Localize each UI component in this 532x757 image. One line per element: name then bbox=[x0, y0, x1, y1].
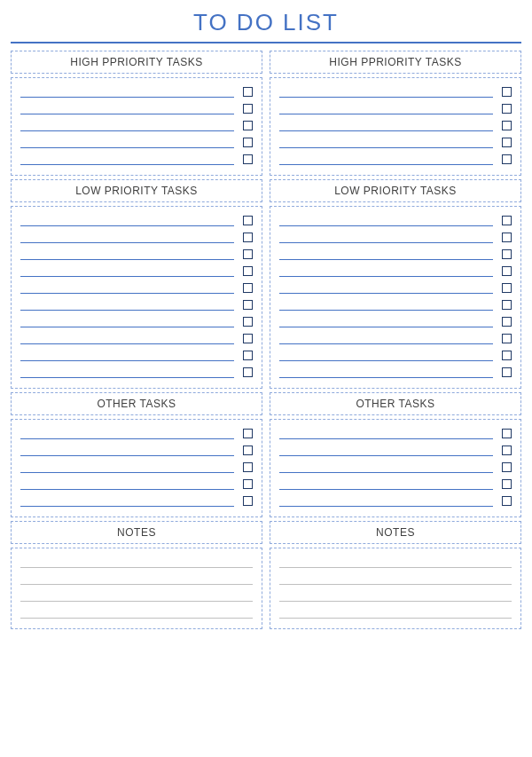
task-input[interactable] bbox=[279, 332, 493, 344]
notes-input[interactable] bbox=[20, 606, 253, 619]
task-input[interactable] bbox=[20, 264, 234, 277]
task-input[interactable] bbox=[279, 153, 493, 165]
task-checkbox[interactable] bbox=[243, 334, 253, 343]
task-row bbox=[20, 248, 253, 260]
task-input[interactable] bbox=[279, 349, 493, 361]
task-input[interactable] bbox=[20, 102, 234, 114]
task-checkbox[interactable] bbox=[502, 367, 512, 377]
task-input[interactable] bbox=[279, 119, 493, 131]
task-checkbox[interactable] bbox=[502, 462, 512, 472]
task-checkbox[interactable] bbox=[243, 87, 253, 97]
task-input[interactable] bbox=[20, 119, 234, 131]
task-input[interactable] bbox=[279, 494, 493, 507]
task-input[interactable] bbox=[20, 248, 234, 260]
task-input[interactable] bbox=[20, 298, 234, 311]
task-input[interactable] bbox=[20, 477, 234, 490]
notes-input[interactable] bbox=[279, 589, 512, 602]
task-checkbox[interactable] bbox=[243, 351, 253, 360]
task-checkbox[interactable] bbox=[502, 317, 512, 327]
notes-input[interactable] bbox=[20, 589, 253, 602]
task-input[interactable] bbox=[20, 153, 234, 165]
task-checkbox[interactable] bbox=[502, 233, 512, 242]
task-checkbox[interactable] bbox=[502, 283, 512, 293]
task-checkbox[interactable] bbox=[502, 138, 512, 147]
task-checkbox[interactable] bbox=[243, 154, 253, 164]
task-input[interactable] bbox=[279, 477, 493, 490]
task-checkbox[interactable] bbox=[243, 216, 253, 225]
task-checkbox[interactable] bbox=[502, 216, 512, 225]
task-checkbox[interactable] bbox=[502, 429, 512, 438]
task-input[interactable] bbox=[20, 444, 234, 456]
task-input[interactable] bbox=[20, 214, 234, 226]
task-row bbox=[279, 298, 512, 311]
task-input[interactable] bbox=[279, 366, 493, 378]
task-checkbox[interactable] bbox=[502, 249, 512, 259]
notes-body bbox=[11, 548, 262, 629]
task-input[interactable] bbox=[20, 231, 234, 243]
task-checkbox[interactable] bbox=[243, 249, 253, 259]
task-input[interactable] bbox=[279, 102, 493, 114]
task-checkbox[interactable] bbox=[243, 462, 253, 472]
task-checkbox[interactable] bbox=[243, 283, 253, 293]
task-input[interactable] bbox=[279, 214, 493, 226]
task-checkbox[interactable] bbox=[502, 104, 512, 114]
notes-input[interactable] bbox=[20, 572, 253, 585]
task-input[interactable] bbox=[279, 298, 493, 311]
notes-input[interactable] bbox=[279, 556, 512, 568]
section-header: LOW PRIORITY TASKS bbox=[11, 179, 262, 202]
task-input[interactable] bbox=[279, 427, 493, 439]
task-input[interactable] bbox=[20, 281, 234, 294]
task-input[interactable] bbox=[279, 136, 493, 148]
task-input[interactable] bbox=[20, 85, 234, 98]
task-row bbox=[279, 366, 512, 378]
task-input[interactable] bbox=[279, 248, 493, 260]
task-checkbox[interactable] bbox=[502, 154, 512, 164]
task-checkbox[interactable] bbox=[502, 266, 512, 276]
task-checkbox[interactable] bbox=[502, 479, 512, 489]
task-checkbox[interactable] bbox=[243, 429, 253, 438]
task-checkbox[interactable] bbox=[243, 479, 253, 489]
task-input[interactable] bbox=[20, 366, 234, 378]
task-checkbox[interactable] bbox=[243, 300, 253, 310]
task-checkbox[interactable] bbox=[243, 446, 253, 455]
task-input[interactable] bbox=[20, 494, 234, 507]
task-checkbox[interactable] bbox=[243, 496, 253, 506]
tasks-body bbox=[270, 419, 521, 517]
task-input[interactable] bbox=[20, 332, 234, 344]
notes-input[interactable] bbox=[279, 606, 512, 619]
task-input[interactable] bbox=[20, 427, 234, 439]
task-checkbox[interactable] bbox=[502, 121, 512, 130]
task-input[interactable] bbox=[20, 315, 234, 327]
task-input[interactable] bbox=[20, 461, 234, 473]
task-input[interactable] bbox=[279, 264, 493, 277]
task-checkbox[interactable] bbox=[243, 104, 253, 114]
task-checkbox[interactable] bbox=[243, 367, 253, 377]
task-checkbox[interactable] bbox=[502, 351, 512, 360]
task-checkbox[interactable] bbox=[502, 334, 512, 343]
section-header: LOW PRIORITY TASKS bbox=[270, 179, 521, 202]
task-input[interactable] bbox=[279, 461, 493, 473]
columns-container: HIGH PPRIORITY TASKSLOW PRIORITY TASKSOT… bbox=[11, 51, 521, 629]
task-input[interactable] bbox=[279, 85, 493, 98]
task-input[interactable] bbox=[20, 349, 234, 361]
task-checkbox[interactable] bbox=[502, 496, 512, 506]
tasks-body bbox=[270, 206, 521, 389]
task-input[interactable] bbox=[20, 136, 234, 148]
task-input[interactable] bbox=[279, 231, 493, 243]
task-checkbox[interactable] bbox=[502, 300, 512, 310]
task-checkbox[interactable] bbox=[502, 87, 512, 97]
task-input[interactable] bbox=[279, 315, 493, 327]
task-input[interactable] bbox=[279, 281, 493, 294]
task-checkbox[interactable] bbox=[243, 233, 253, 242]
task-input[interactable] bbox=[279, 444, 493, 456]
task-checkbox[interactable] bbox=[243, 138, 253, 147]
notes-input[interactable] bbox=[20, 556, 253, 568]
task-checkbox[interactable] bbox=[243, 121, 253, 130]
task-checkbox[interactable] bbox=[243, 266, 253, 276]
task-checkbox[interactable] bbox=[502, 446, 512, 455]
task-row bbox=[279, 477, 512, 490]
notes-input[interactable] bbox=[279, 572, 512, 585]
task-checkbox[interactable] bbox=[243, 317, 253, 327]
page-title: TO DO LIST bbox=[11, 9, 521, 36]
section-header: NOTES bbox=[11, 521, 262, 544]
